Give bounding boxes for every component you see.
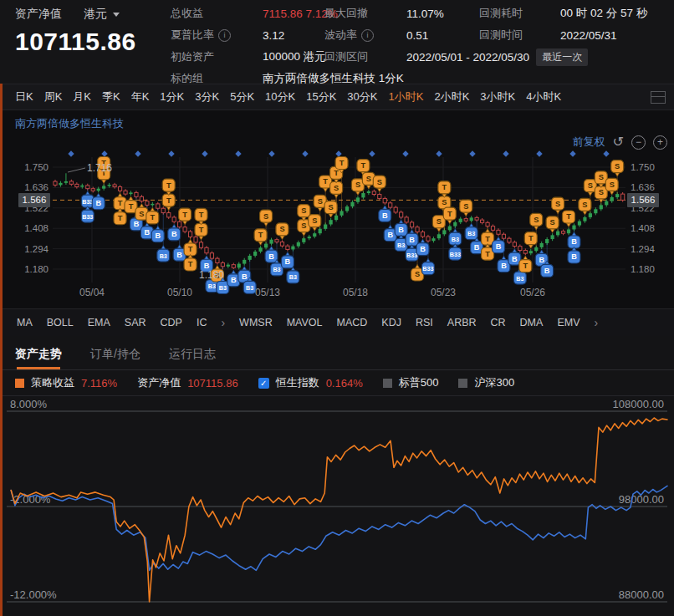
tab-订单/持仓[interactable]: 订单/持仓 [90, 347, 140, 369]
svg-text:1.180: 1.180 [24, 264, 49, 274]
svg-text:05/18: 05/18 [343, 287, 368, 298]
kline-tab-周K[interactable]: 周K [44, 89, 63, 104]
kline-tab-4小时K[interactable]: 4小时K [526, 89, 561, 104]
svg-text:S: S [279, 225, 284, 233]
svg-text:T: T [118, 199, 123, 207]
svg-text:S: S [301, 206, 306, 215]
tab-资产走势[interactable]: 资产走势 [15, 347, 62, 369]
legend-恒生指数[interactable]: ✓恒生指数0.164% [258, 375, 363, 390]
info-icon[interactable]: i [218, 29, 231, 42]
svg-text:B: B [155, 232, 161, 240]
svg-text:T: T [447, 210, 452, 218]
adjust-mode-button[interactable]: 前复权 [573, 135, 605, 150]
stat-label: 标的组 [171, 71, 263, 86]
svg-text:B: B [231, 276, 237, 284]
legend-沪深300[interactable]: 沪深300 [458, 375, 514, 390]
legend-swatch [383, 379, 392, 388]
indicator-macd[interactable]: MACD [337, 317, 368, 328]
info-icon[interactable]: i [361, 29, 374, 42]
svg-text:B: B [409, 236, 415, 244]
kline-tab-月K[interactable]: 月K [73, 89, 91, 104]
indicator-wmsr[interactable]: WMSR [239, 317, 273, 328]
indicator-cr[interactable]: CR [491, 317, 506, 328]
svg-text:S: S [555, 200, 560, 208]
kline-tab-5分K[interactable]: 5分K [230, 89, 254, 104]
zoom-out-icon[interactable]: − [631, 135, 646, 150]
zoom-in-icon[interactable]: + [653, 135, 667, 150]
svg-text:B33: B33 [82, 213, 93, 221]
kline-tab-10分K[interactable]: 10分K [265, 89, 295, 104]
split-pane-icon[interactable] [651, 91, 666, 104]
svg-text:B3: B3 [289, 273, 297, 281]
equity-left-tick: 8.000% [10, 398, 48, 410]
indicator-boll[interactable]: BOLL [47, 317, 74, 328]
svg-text:B: B [496, 242, 502, 251]
reset-zoom-icon[interactable]: ↺ [613, 135, 624, 149]
svg-text:1.408: 1.408 [24, 223, 49, 233]
svg-text:T: T [182, 211, 187, 219]
legend-swatch [15, 379, 24, 388]
indicator-cdp[interactable]: CDP [161, 317, 182, 328]
kline-tab-年K[interactable]: 年K [131, 89, 150, 104]
legend-资产净值[interactable]: 资产净值107115.86 [137, 375, 238, 390]
indicator-emv[interactable]: EMV [557, 317, 580, 328]
chevron-right-icon[interactable]: › [221, 316, 225, 329]
svg-text:S: S [534, 216, 539, 224]
kline-tab-季K[interactable]: 季K [102, 89, 120, 104]
last-price-tag: 1.566 [23, 195, 47, 205]
kline-tab-1分K[interactable]: 1分K [160, 89, 184, 104]
checkbox-checked-icon[interactable]: ✓ [258, 378, 269, 389]
svg-text:T: T [528, 234, 534, 242]
svg-text:S: S [301, 221, 306, 230]
svg-text:T: T [340, 159, 345, 167]
svg-text:S: S [329, 203, 334, 211]
stat-value: 11.07% [406, 8, 444, 20]
svg-text:B: B [382, 211, 388, 220]
svg-text:T: T [323, 177, 328, 186]
chevron-right-icon[interactable]: › [594, 316, 598, 329]
indicator-dma[interactable]: DMA [520, 317, 544, 328]
svg-text:B: B [242, 272, 248, 281]
indicator-ma[interactable]: MA [17, 317, 33, 328]
svg-text:B: B [544, 267, 550, 275]
svg-text:S: S [599, 188, 604, 196]
legend-标普500[interactable]: 标普500 [383, 375, 439, 390]
currency-selector[interactable]: 港元 [84, 7, 120, 22]
indicator-sar[interactable]: SAR [125, 317, 146, 328]
kline-tab-日K[interactable]: 日K [15, 89, 33, 104]
svg-text:B: B [398, 226, 404, 234]
svg-text:05/13: 05/13 [255, 287, 280, 298]
svg-text:S: S [366, 175, 371, 183]
indicator-mavol[interactable]: MAVOL [287, 317, 323, 328]
kline-tab-3分K[interactable]: 3分K [195, 89, 219, 104]
instrument-link[interactable]: 南方两倍做多恒生科技 [15, 116, 124, 131]
svg-text:B3: B3 [452, 236, 459, 243]
indicator-kdj[interactable]: KDJ [381, 317, 401, 328]
equity-panel: 8.000%108000.00-2.000%98000.00-12.000%88… [0, 396, 674, 616]
kline-tab-1小时K[interactable]: 1小时K [389, 89, 424, 104]
svg-text:B3: B3 [467, 230, 475, 237]
svg-text:B: B [285, 257, 291, 266]
latest-run-badge[interactable]: 最近一次 [536, 48, 588, 66]
last-price-tag: 1.566 [631, 195, 656, 205]
svg-text:T: T [166, 196, 171, 205]
svg-text:T: T [188, 245, 193, 253]
kline-tab-30分K[interactable]: 30分K [347, 89, 377, 104]
svg-text:B: B [571, 252, 577, 261]
indicator-arbr[interactable]: ARBR [447, 317, 477, 328]
tab-运行日志[interactable]: 运行日志 [169, 347, 216, 369]
svg-text:B: B [571, 237, 577, 246]
indicator-rsi[interactable]: RSI [416, 317, 433, 328]
legend-策略收益[interactable]: 策略收益7.116% [15, 375, 117, 390]
kline-tab-2小时K[interactable]: 2小时K [434, 89, 469, 104]
indicator-ic[interactable]: IC [197, 317, 207, 328]
kline-tab-3小时K[interactable]: 3小时K [480, 89, 515, 104]
svg-text:T: T [118, 214, 123, 222]
equity-left-tick: -12.000% [10, 588, 57, 601]
kline-tab-15分K[interactable]: 15分K [306, 89, 336, 104]
legend-label: 资产净值 [137, 375, 181, 390]
svg-text:B: B [539, 256, 544, 264]
svg-text:B: B [95, 199, 101, 207]
indicator-ema[interactable]: EMA [88, 317, 110, 328]
svg-text:B3: B3 [208, 283, 216, 290]
